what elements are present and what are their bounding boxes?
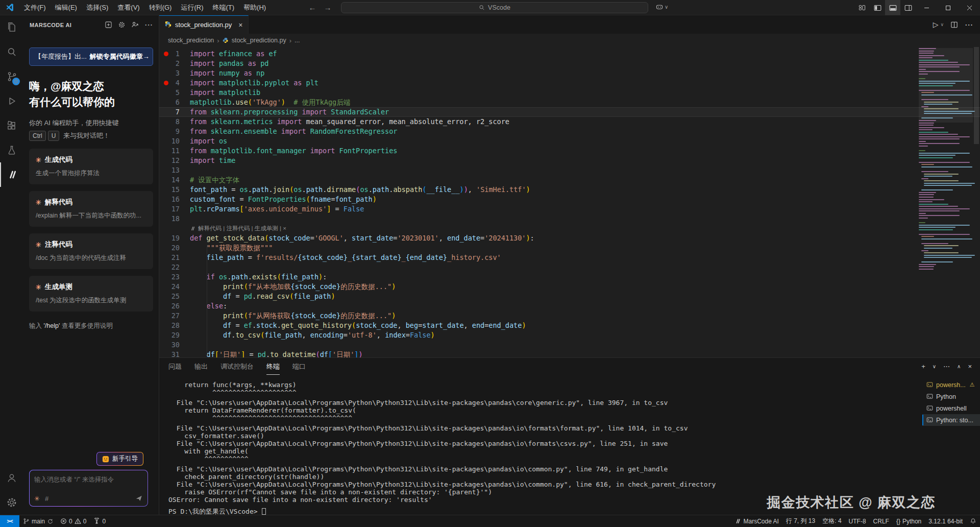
split-editor-icon[interactable] bbox=[950, 21, 958, 29]
activity-search[interactable] bbox=[0, 40, 23, 64]
code-line-14[interactable]: 14# 设置中文字体 bbox=[159, 175, 980, 185]
code-line-23[interactable]: 23 if os.path.exists(file_path): bbox=[159, 272, 980, 282]
terminal-dropdown-icon[interactable]: ∨ bbox=[933, 364, 936, 369]
activity-extensions[interactable] bbox=[0, 113, 23, 138]
menu-selection[interactable]: 选择(S) bbox=[82, 0, 113, 15]
breadcrumb-symbol[interactable]: ... bbox=[295, 37, 300, 44]
new-chat-icon[interactable] bbox=[105, 21, 112, 29]
toggle-sidebar-icon[interactable] bbox=[870, 0, 885, 15]
code-line-4[interactable]: 4import matplotlib.pyplot as plt bbox=[159, 78, 980, 88]
tab-ports[interactable]: 端口 bbox=[292, 358, 306, 375]
close-window-icon[interactable] bbox=[959, 0, 980, 15]
code-line-12[interactable]: 12import time bbox=[159, 156, 980, 165]
minimize-icon[interactable] bbox=[916, 0, 937, 15]
code-line-24[interactable]: 24 print(f"从本地加载{stock_code}的历史数据...") bbox=[159, 282, 980, 292]
code-line-17[interactable]: 17plt.rcParams['axes.unicode_minus'] = F… bbox=[159, 204, 980, 214]
remote-indicator[interactable]: >< bbox=[0, 515, 19, 527]
indentation-item[interactable]: 空格: 4 bbox=[819, 515, 845, 527]
maximize-panel-icon[interactable]: ∧ bbox=[957, 364, 961, 369]
menu-help[interactable]: 帮助(H) bbox=[239, 0, 271, 15]
code-line-30[interactable]: 30 bbox=[159, 340, 980, 350]
new-terminal-icon[interactable]: + bbox=[921, 363, 925, 370]
beginner-guide-button[interactable]: 新手引导 bbox=[96, 452, 143, 466]
close-panel-icon[interactable]: × bbox=[968, 363, 972, 370]
terminal-item-python[interactable]: Python bbox=[922, 391, 980, 402]
activity-settings[interactable] bbox=[0, 490, 23, 515]
run-dropdown-icon[interactable]: ∨ bbox=[940, 22, 944, 27]
menu-view[interactable]: 查看(V) bbox=[113, 0, 144, 15]
code-line-10[interactable]: 10import os bbox=[159, 136, 980, 146]
card-comment-code[interactable]: ✳注释代码 /doc 为当前选中的代码生成注释 bbox=[29, 233, 153, 269]
code-editor[interactable]: 1import efinance as ef2import pandas as … bbox=[159, 47, 980, 357]
menu-terminal[interactable]: 终端(T) bbox=[208, 0, 239, 15]
cursor-position-item[interactable]: 行 7, 列 13 bbox=[782, 515, 819, 527]
code-line-29[interactable]: 29 df.to_csv(file_path, encoding='utf-8'… bbox=[159, 330, 980, 340]
command-center-search[interactable]: VScode bbox=[341, 2, 648, 13]
tab-problems[interactable]: 问题 bbox=[168, 358, 182, 375]
activity-source-control[interactable] bbox=[0, 64, 23, 89]
code-line-8[interactable]: 8from sklearn.metrics import mean_square… bbox=[159, 117, 980, 127]
code-line-31[interactable]: 31 df['日期'] = pd.to_datetime(df['日期']) bbox=[159, 350, 980, 357]
activity-marscode[interactable] bbox=[0, 162, 23, 187]
code-line-1[interactable]: 1import efinance as ef bbox=[159, 49, 980, 59]
activity-account[interactable] bbox=[0, 466, 23, 490]
activity-run-debug[interactable] bbox=[0, 89, 23, 113]
tab-stock-prediction[interactable]: stock_prediction.py × bbox=[159, 15, 249, 34]
chat-input-box[interactable]: ✳ # bbox=[29, 470, 148, 507]
terminal-item-powershell[interactable]: powershell bbox=[922, 402, 980, 414]
tab-terminal[interactable]: 终端 bbox=[266, 358, 280, 375]
minimap[interactable] bbox=[919, 48, 973, 334]
breadcrumb-file[interactable]: stock_prediction.py bbox=[232, 37, 286, 44]
terminal-item-powershell-warn[interactable]: powersh... ⚠ bbox=[922, 379, 980, 391]
command-sparkle-icon[interactable]: ✳ bbox=[34, 495, 40, 502]
code-line-26[interactable]: 26 else: bbox=[159, 301, 980, 311]
code-line-20[interactable]: 20 """获取股票数据""" bbox=[159, 243, 980, 253]
menu-file[interactable]: 文件(F) bbox=[19, 0, 51, 15]
copilot-menu[interactable]: ∨ bbox=[655, 3, 668, 11]
run-file-icon[interactable]: ▷ bbox=[933, 20, 939, 29]
card-generate-code[interactable]: ✳生成代码 生成一个冒泡排序算法 bbox=[29, 149, 153, 184]
breadcrumb-folder[interactable]: stock_prediction bbox=[168, 37, 214, 44]
tab-debug-console[interactable]: 调试控制台 bbox=[220, 358, 254, 375]
problems-item[interactable]: 0 0 bbox=[57, 515, 90, 527]
card-generate-test[interactable]: ✳生成单测 /test 为这段选中的函数生成单测 bbox=[29, 276, 153, 312]
ports-item[interactable]: 0 bbox=[90, 515, 109, 527]
breadcrumb[interactable]: stock_prediction › stock_prediction.py ›… bbox=[159, 34, 980, 47]
code-line-5[interactable]: 5import matplotlib bbox=[159, 88, 980, 98]
code-line-27[interactable]: 27 print(f"从网络获取{stock_code}的历史数据...") bbox=[159, 311, 980, 321]
code-line-21[interactable]: 21 file_path = f'results/{stock_code}_{s… bbox=[159, 253, 980, 262]
chat-input[interactable] bbox=[34, 476, 143, 483]
breakpoint-icon[interactable] bbox=[164, 52, 168, 56]
menu-edit[interactable]: 编辑(E) bbox=[51, 0, 82, 15]
tab-close-icon[interactable]: × bbox=[238, 21, 242, 29]
settings-icon[interactable] bbox=[118, 21, 126, 29]
codelens-row[interactable]: 解释代码 | 注释代码 | 生成单测 | × bbox=[190, 224, 980, 233]
code-line-13[interactable]: 13 bbox=[159, 165, 980, 175]
code-line-22[interactable]: 22 bbox=[159, 262, 980, 272]
activity-explorer[interactable] bbox=[0, 15, 23, 40]
language-mode-item[interactable]: {} Python bbox=[893, 515, 925, 527]
toggle-panel-icon[interactable] bbox=[885, 0, 900, 15]
menu-goto[interactable]: 转到(G) bbox=[144, 0, 177, 15]
code-line-25[interactable]: 25 df = pd.read_csv(file_path) bbox=[159, 292, 980, 301]
code-line-28[interactable]: 28 df = ef.stock.get_quote_history(stock… bbox=[159, 321, 980, 330]
breakpoint-icon[interactable] bbox=[164, 81, 168, 85]
maximize-icon[interactable] bbox=[937, 0, 959, 15]
code-line-16[interactable]: 16custom_font = FontProperties(fname=fon… bbox=[159, 195, 980, 204]
code-line-18[interactable]: 18 bbox=[159, 214, 980, 224]
card-explain-code[interactable]: ✳解释代码 /explain 解释一下当前选中函数的功... bbox=[29, 191, 153, 227]
toggle-secondary-sidebar-icon[interactable] bbox=[900, 0, 916, 15]
terminal-item-python-stock[interactable]: Python: sto... bbox=[922, 414, 980, 426]
eol-item[interactable]: CRLF bbox=[870, 515, 893, 527]
code-line-2[interactable]: 2import pandas as pd bbox=[159, 59, 980, 68]
activity-testing[interactable] bbox=[0, 138, 23, 162]
code-line-9[interactable]: 9from sklearn.ensemble import RandomFore… bbox=[159, 127, 980, 136]
git-branch-item[interactable]: main bbox=[19, 515, 57, 527]
code-line-19[interactable]: 19def get_stock_data(stock_code='GOOGL',… bbox=[159, 233, 980, 243]
more-icon[interactable]: ⋯ bbox=[144, 20, 153, 30]
editor-scrollbar[interactable] bbox=[973, 47, 980, 357]
code-line-11[interactable]: 11from matplotlib.font_manager import Fo… bbox=[159, 146, 980, 156]
encoding-item[interactable]: UTF-8 bbox=[845, 515, 870, 527]
code-line-3[interactable]: 3import numpy as np bbox=[159, 68, 980, 78]
annual-report-banner[interactable]: 【年度报告】出... 解锁专属代码徽章→ bbox=[29, 47, 153, 66]
